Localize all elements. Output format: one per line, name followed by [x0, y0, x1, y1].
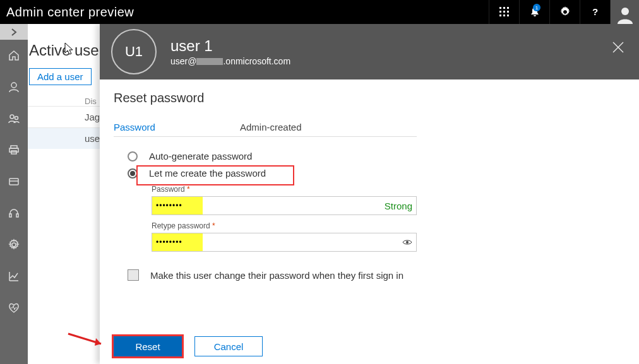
notification-badge: 1 [533, 4, 540, 11]
svg-rect-20 [16, 214, 18, 217]
topbar-icons: 1 ? [489, 0, 639, 24]
chart-icon[interactable] [0, 261, 28, 292]
health-icon[interactable] [0, 292, 28, 324]
reset-password-panel: U1 user 1 user@.onmicrosoft.com Reset pa… [100, 24, 639, 364]
nav-collapse-button[interactable] [0, 24, 28, 40]
headset-icon[interactable] [0, 197, 28, 229]
waffle-icon[interactable] [489, 0, 519, 24]
svg-rect-7 [503, 15, 505, 16]
retype-password-input[interactable]: •••••••• [152, 233, 417, 252]
home-icon[interactable] [0, 40, 28, 71]
card-icon[interactable] [0, 166, 28, 197]
gear-icon[interactable] [549, 0, 580, 24]
user-email-right: .onmicrosoft.com [223, 56, 290, 66]
action-buttons: Reset Cancel [114, 336, 263, 356]
radio-auto-generate[interactable]: Auto-generate password [128, 151, 625, 161]
radio-icon[interactable] [128, 151, 138, 161]
panel-body: Reset password Password Admin-created Au… [100, 79, 639, 364]
svg-point-13 [15, 117, 18, 120]
left-nav-rail [0, 24, 28, 364]
password-summary-row: Password Admin-created [114, 122, 417, 137]
groups-icon[interactable] [0, 103, 28, 134]
password-field[interactable] [203, 201, 385, 211]
svg-point-24 [406, 241, 409, 244]
password-mask: •••••••• [152, 233, 203, 251]
svg-rect-15 [9, 148, 18, 152]
user-initials-avatar: U1 [111, 29, 157, 74]
password-input[interactable]: •••••••• Strong [152, 196, 417, 215]
password-mask: •••••••• [152, 197, 203, 214]
svg-point-10 [621, 8, 629, 15]
reveal-password-icon[interactable] [402, 237, 412, 250]
svg-rect-3 [499, 11, 501, 13]
svg-rect-1 [503, 7, 505, 9]
user-icon[interactable] [0, 71, 28, 103]
svg-rect-6 [499, 15, 501, 16]
svg-point-11 [11, 83, 16, 88]
checkbox-icon[interactable] [128, 269, 139, 281]
close-icon[interactable] [611, 40, 625, 57]
user-display-name: user 1 [170, 37, 290, 55]
svg-rect-5 [507, 11, 509, 13]
radio-label: Auto-generate password [149, 151, 252, 161]
user-email: user@.onmicrosoft.com [170, 56, 290, 66]
printer-icon[interactable] [0, 134, 28, 166]
password-value: Admin-created [240, 122, 302, 132]
panel-heading: Reset password [114, 91, 625, 105]
retype-password-field[interactable] [203, 238, 416, 247]
settings-cog-icon[interactable] [0, 229, 28, 261]
svg-rect-4 [503, 11, 505, 13]
password-key-link[interactable]: Password [114, 122, 240, 132]
radio-manual-create[interactable]: Let me create the password [128, 168, 625, 179]
svg-rect-2 [507, 7, 509, 9]
strength-indicator: Strong [385, 201, 416, 211]
retype-field-label: Retype password * [152, 221, 625, 230]
svg-text:?: ? [592, 6, 598, 17]
svg-rect-17 [9, 179, 18, 185]
force-change-checkbox-row[interactable]: Make this user change their password whe… [128, 269, 625, 281]
panel-header: U1 user 1 user@.onmicrosoft.com [100, 24, 639, 79]
checkbox-label: Make this user change their password whe… [150, 270, 403, 281]
email-redaction [196, 58, 223, 65]
svg-point-12 [10, 115, 14, 119]
topbar: Admin center preview 1 ? [0, 0, 639, 24]
svg-rect-19 [9, 214, 11, 217]
add-user-button[interactable]: Add a user [29, 68, 92, 85]
reset-button[interactable]: Reset [114, 336, 182, 356]
radio-icon[interactable] [128, 168, 138, 179]
svg-rect-8 [507, 15, 509, 16]
svg-point-21 [12, 243, 16, 247]
bell-icon[interactable]: 1 [519, 0, 549, 24]
app-title: Admin center preview [0, 5, 134, 20]
avatar-icon[interactable] [610, 0, 639, 24]
password-field-label: Password * [152, 185, 625, 194]
radio-label: Let me create the password [149, 168, 266, 179]
svg-rect-0 [499, 7, 501, 9]
help-icon[interactable]: ? [580, 0, 610, 24]
user-email-left: user@ [170, 56, 196, 66]
cancel-button[interactable]: Cancel [194, 336, 263, 356]
